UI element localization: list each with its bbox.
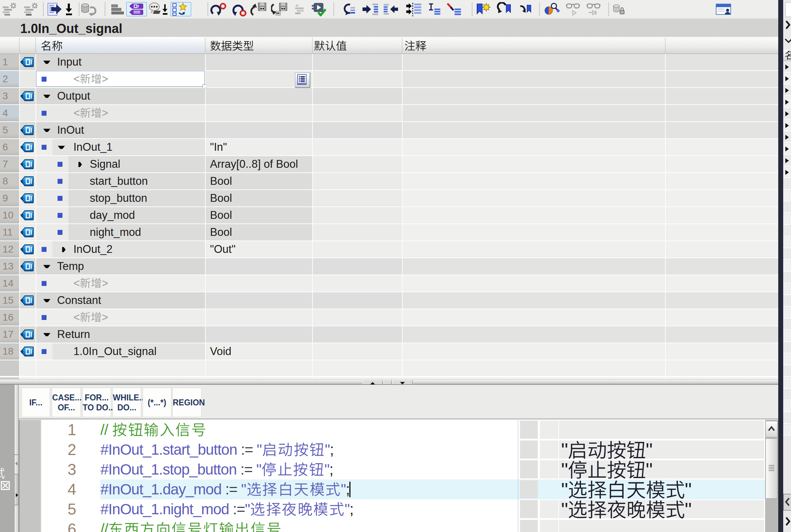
snippet-if-button[interactable]: IF... bbox=[22, 388, 50, 417]
column-header-0[interactable] bbox=[41, 40, 63, 52]
name-cell[interactable]: InOut_2 bbox=[36, 241, 205, 257]
code-line[interactable]: // bbox=[100, 420, 518, 440]
variable-name[interactable]: Signal bbox=[90, 156, 120, 172]
collapsed-panel-button[interactable] bbox=[785, 2, 791, 17]
variable-name[interactable]: InOut bbox=[57, 122, 84, 138]
defaultvalue-cell[interactable] bbox=[313, 292, 402, 309]
comment-cell[interactable] bbox=[403, 156, 665, 172]
comment-cell[interactable] bbox=[403, 241, 665, 257]
defaultvalue-cell[interactable] bbox=[313, 190, 402, 206]
expand-expanded-icon[interactable] bbox=[43, 127, 51, 134]
datatype-cell[interactable] bbox=[206, 105, 312, 121]
name-cell[interactable]: Return bbox=[36, 326, 205, 343]
variable-name[interactable]: <> bbox=[73, 105, 108, 121]
left-pane-collapse-sash[interactable] bbox=[14, 385, 19, 532]
datatype-text[interactable]: "Out" bbox=[210, 241, 236, 257]
datatype-cell[interactable] bbox=[206, 258, 312, 275]
variable-name[interactable]: <> bbox=[73, 275, 108, 292]
comments-display-button[interactable] bbox=[148, 2, 169, 16]
name-cell[interactable]: <> bbox=[36, 71, 205, 87]
code-vertical-scrollbar[interactable] bbox=[765, 420, 778, 532]
insert-row-button[interactable] bbox=[2, 2, 16, 16]
column-header-3[interactable] bbox=[404, 40, 426, 52]
defaultvalue-cell[interactable] bbox=[313, 207, 402, 223]
datatype-cell[interactable]: Void bbox=[206, 343, 312, 360]
code-line[interactable]: #InOut_1.day_mod := ""; bbox=[100, 480, 518, 499]
comment-cell[interactable] bbox=[403, 173, 665, 189]
splitter-collapse-up-button[interactable] bbox=[363, 380, 383, 384]
favorites-button[interactable] bbox=[171, 2, 191, 16]
expand-expanded-icon[interactable] bbox=[43, 297, 51, 305]
datatype-cell[interactable] bbox=[206, 71, 312, 87]
name-cell[interactable]: <> bbox=[36, 309, 205, 326]
absolute-operands-button[interactable] bbox=[110, 2, 125, 16]
datatype-cell[interactable] bbox=[206, 88, 312, 104]
comment-cell[interactable] bbox=[403, 88, 665, 104]
comment-cell[interactable] bbox=[403, 326, 665, 343]
expand-expanded-icon[interactable] bbox=[43, 59, 51, 66]
datatype-cell[interactable] bbox=[206, 275, 312, 292]
name-cell[interactable]: start_button bbox=[36, 173, 205, 189]
datatype-cell[interactable]: "In" bbox=[206, 139, 312, 155]
defaultvalue-cell[interactable] bbox=[313, 275, 402, 292]
name-cell[interactable]: InOut bbox=[36, 122, 205, 138]
variable-name[interactable]: InOut_2 bbox=[73, 241, 112, 257]
comment-cell[interactable] bbox=[403, 54, 665, 70]
name-cell[interactable]: InOut_1 bbox=[36, 139, 205, 155]
insert-line-button[interactable] bbox=[427, 2, 442, 16]
snippet-region-button[interactable]: REGION bbox=[172, 388, 201, 417]
side-row-expand-icon[interactable] bbox=[784, 111, 789, 117]
analyze-program-button[interactable] bbox=[544, 2, 561, 16]
snippet-case-of-button[interactable]: CASE...OF... bbox=[52, 388, 81, 417]
next-error-button[interactable] bbox=[230, 2, 247, 16]
expand-expanded-icon[interactable] bbox=[43, 93, 51, 100]
variable-name[interactable]: Constant bbox=[57, 292, 101, 309]
code-line[interactable]: #InOut_1.start_button := ""; bbox=[100, 440, 518, 460]
defaultvalue-cell[interactable] bbox=[313, 241, 402, 257]
datatype-cell[interactable] bbox=[206, 309, 312, 326]
variable-name[interactable]: InOut_1 bbox=[73, 139, 112, 155]
side-expand-right-icon[interactable] bbox=[785, 516, 791, 526]
sash-collapse-right-icon[interactable] bbox=[15, 492, 19, 498]
datatype-text[interactable]: Bool bbox=[210, 173, 232, 189]
outdent-button[interactable] bbox=[382, 2, 399, 16]
name-cell[interactable]: Signal bbox=[36, 156, 205, 172]
datatype-text[interactable]: Bool bbox=[210, 224, 232, 240]
comment-cell[interactable] bbox=[403, 190, 665, 206]
monitor-selection-button[interactable] bbox=[586, 2, 603, 16]
name-cell[interactable]: night_mod bbox=[36, 224, 205, 240]
name-cell[interactable]: stop_button bbox=[36, 190, 205, 206]
datatype-cell[interactable] bbox=[206, 326, 312, 343]
comment-cell[interactable] bbox=[403, 105, 665, 121]
side-row-expand-icon[interactable] bbox=[784, 87, 789, 94]
expand-expanded-icon[interactable] bbox=[43, 331, 51, 339]
symbolic-operands-button[interactable] bbox=[126, 2, 147, 16]
export-source-button[interactable] bbox=[47, 2, 75, 16]
sash-collapse-left-icon[interactable] bbox=[15, 461, 18, 466]
variable-name[interactable]: start_button bbox=[90, 173, 148, 189]
scrollbar-thumb[interactable] bbox=[765, 438, 778, 499]
snippet-for-to-do-button[interactable]: FOR...TO DO.. bbox=[82, 388, 111, 417]
keep-actual-values-button[interactable] bbox=[80, 2, 97, 16]
add-row-button[interactable] bbox=[23, 2, 38, 16]
expand-collapsed-icon[interactable] bbox=[59, 246, 67, 254]
panel-chevron-down-icon[interactable] bbox=[785, 38, 791, 43]
set-bookmark-button[interactable] bbox=[476, 2, 491, 16]
code-line[interactable]: // bbox=[100, 519, 518, 532]
defaultvalue-cell[interactable] bbox=[313, 54, 402, 70]
datatype-text[interactable]: Bool bbox=[210, 190, 232, 206]
side-collapse-button[interactable] bbox=[783, 494, 791, 511]
next-bookmark-button[interactable] bbox=[518, 2, 532, 16]
sash-thumb[interactable] bbox=[15, 475, 18, 505]
variable-name[interactable]: night_mod bbox=[90, 224, 141, 240]
name-edit-box[interactable] bbox=[36, 71, 205, 87]
column-header-1[interactable] bbox=[210, 40, 254, 52]
comment-cell[interactable] bbox=[403, 309, 665, 326]
name-cell[interactable]: Constant bbox=[36, 292, 205, 309]
defaultvalue-cell[interactable] bbox=[313, 139, 402, 155]
check-consistency-button[interactable] bbox=[311, 2, 329, 16]
comment-cell[interactable] bbox=[403, 71, 665, 87]
sync-snapshot-button[interactable] bbox=[271, 2, 288, 16]
comment-cell[interactable] bbox=[403, 207, 665, 223]
name-cell[interactable]: <> bbox=[36, 105, 205, 121]
